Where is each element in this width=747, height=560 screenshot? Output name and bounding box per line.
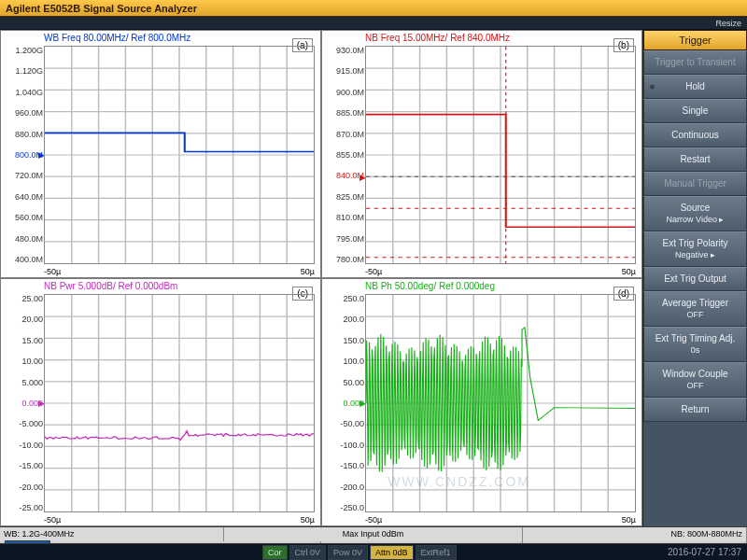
softkey-hold[interactable]: Hold — [643, 75, 747, 99]
panel-title: NB Pwr 5.000dB/ Ref 0.000dBm — [44, 281, 177, 291]
y-axis-labels: 25.0020.0015.0010.005.0000.000-5.000-10.… — [3, 294, 43, 512]
softkey-continuous[interactable]: Continuous — [643, 123, 747, 147]
status-wb-range: WB: 1.2G-400MHz — [0, 527, 224, 541]
status-max-input: Max Input 0dBm — [224, 527, 523, 541]
softkey-ext-trig-output[interactable]: Ext Trig Output — [643, 267, 747, 291]
panel-title: WB Freq 80.00MHz/ Ref 800.0MHz — [44, 33, 190, 43]
panel-wb-freq: WB Freq 80.00MHz/ Ref 800.0MHz (a) 1.200… — [0, 30, 321, 278]
plot-area[interactable] — [44, 294, 315, 512]
softkey-average-trigger[interactable]: Average TriggerOFF — [643, 291, 747, 327]
x-min-label: -50µ — [44, 267, 61, 276]
status-chip-extref1: ExtRef1 — [416, 545, 457, 560]
softkey-ext-trig-polarity[interactable]: Ext Trig PolarityNegative ▸ — [643, 231, 747, 267]
softkey-single[interactable]: Single — [643, 99, 747, 123]
sidebar-header: Trigger — [643, 30, 747, 50]
main-area: WB Freq 80.00MHz/ Ref 800.0MHz (a) 1.200… — [0, 30, 747, 526]
x-max-label: 50µ — [301, 515, 315, 525]
status-chip-attn-0db: Attn 0dB — [370, 545, 414, 560]
plot-area[interactable] — [44, 46, 315, 264]
resize-handle[interactable]: Resize — [0, 17, 747, 30]
plot-svg — [45, 47, 314, 263]
status-chip-pow-0v: Pow 0V — [328, 545, 368, 560]
x-min-label: -50µ — [365, 515, 382, 525]
softkey-return[interactable]: Return — [643, 398, 747, 422]
x-max-label: 50µ — [622, 515, 636, 525]
status-row-info: WB: 1.2G-400MHz Max Input 0dBm NB: 800M-… — [0, 527, 747, 541]
softkey-restart[interactable]: Restart — [643, 147, 747, 172]
graph-grid: WB Freq 80.00MHz/ Ref 800.0MHz (a) 1.200… — [0, 30, 643, 526]
softkey-manual-trigger[interactable]: Manual Trigger — [643, 172, 747, 196]
status-nb-range: NB: 800M-880MHz — [523, 527, 747, 541]
y-axis-labels: 250.0200.0150.0100.050.000.000-50.00-100… — [324, 294, 364, 512]
plot-area[interactable] — [365, 46, 636, 264]
softkey-sidebar: Trigger Trigger to TransientHoldSingleCo… — [643, 30, 747, 526]
panel-nb-freq: NB Freq 15.00MHz/ Ref 840.0MHz (b) 930.0… — [321, 30, 642, 278]
status-chip-cor: Cor — [262, 545, 288, 560]
panel-nb-phase: NB Ph 50.00deg/ Ref 0.000deg (d) 250.020… — [321, 278, 642, 526]
panel-nb-pwr: NB Pwr 5.000dB/ Ref 0.000dBm (c) 25.0020… — [0, 278, 321, 526]
y-axis-labels: 1.200G1.120G1.040G960.0M880.0M800.0M720.… — [3, 46, 43, 264]
x-max-label: 50µ — [301, 267, 315, 276]
window-title: Agilent E5052B Signal Source Analyzer — [6, 3, 197, 14]
plot-svg — [366, 295, 635, 511]
status-chip-ctrl-0v: Ctrl 0V — [289, 545, 327, 560]
panel-title: NB Freq 15.00MHz/ Ref 840.0MHz — [365, 33, 510, 43]
x-min-label: -50µ — [44, 515, 61, 525]
softkey-trigger-to-transient[interactable]: Trigger to Transient — [643, 50, 747, 75]
plot-svg — [45, 295, 314, 511]
softkey-source[interactable]: SourceNarrow Video ▸ — [643, 196, 747, 231]
titlebar: Agilent E5052B Signal Source Analyzer — [0, 0, 747, 17]
plot-svg — [366, 47, 635, 263]
bottom-chip-bar: CorCtrl 0VPow 0VAttn 0dBExtRef1 2016-07-… — [0, 543, 747, 560]
x-min-label: -50µ — [365, 267, 382, 276]
x-max-label: 50µ — [622, 267, 636, 276]
timestamp: 2016-07-27 17:37 — [668, 547, 747, 557]
plot-area[interactable] — [365, 294, 636, 512]
panel-title: NB Ph 50.00deg/ Ref 0.000deg — [365, 281, 495, 291]
y-axis-labels: 930.0M915.0M900.0M885.0M870.0M855.0M840.… — [324, 46, 364, 264]
softkey-ext-trig-timing-adj-[interactable]: Ext Trig Timing Adj.0s — [643, 327, 747, 362]
softkey-window-couple[interactable]: Window CoupleOFF — [643, 362, 747, 398]
